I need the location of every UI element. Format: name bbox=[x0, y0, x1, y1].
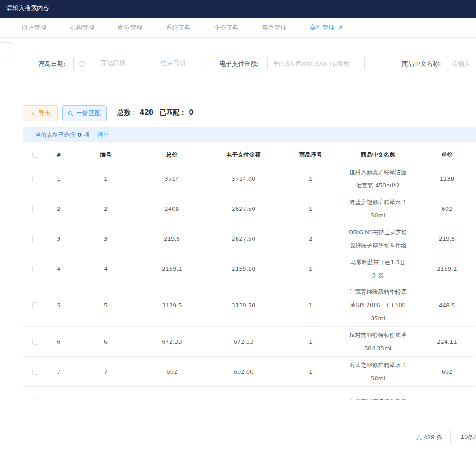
pagination-total: 共 428 条 bbox=[416, 434, 442, 441]
cell-product-name: 植村秀新琥珀臻萃洁颜油套装 450ml*2 bbox=[348, 165, 408, 194]
cell-epay: 3139.50 bbox=[203, 284, 284, 326]
col-header-unit: 单价 bbox=[419, 146, 475, 164]
cell-index: 4 bbox=[47, 254, 71, 284]
cell-epay: 1393.47 bbox=[203, 387, 284, 400]
export-button-label: 导出 bbox=[38, 109, 51, 117]
clear-selection-link[interactable]: 清空 bbox=[97, 131, 109, 139]
table-row: 8 8 1393.47 1393.47 1 卡诗菁纯亮泽经典香氛 464.49 bbox=[23, 387, 475, 400]
close-icon[interactable]: × bbox=[338, 24, 344, 31]
row-checkbox[interactable] bbox=[32, 266, 38, 272]
clock-icon bbox=[79, 60, 86, 67]
tab-system-dict[interactable]: 系统字典 bbox=[166, 18, 190, 37]
total-value: 428 bbox=[140, 108, 153, 116]
table-row: 1 1 3714 3714.00 1 植村秀新琥珀臻萃洁颜油套装 450ml*2… bbox=[23, 164, 475, 194]
tab-user-management[interactable]: 用户管理 bbox=[22, 18, 46, 37]
row-checkbox[interactable] bbox=[32, 176, 38, 182]
page-size-select[interactable]: 10条/页 bbox=[450, 430, 476, 444]
case-table: # 编号 总价 电子支付金额 商品序号 商品中文名称 单价 1 1 3714 3… bbox=[23, 146, 475, 400]
col-header-total: 总价 bbox=[141, 146, 203, 164]
cell-epay: 602.00 bbox=[203, 357, 284, 386]
col-header-name: 商品中文名称 bbox=[337, 146, 419, 164]
epay-amount-label: 电子支付金额: bbox=[219, 60, 259, 68]
epay-amount-input[interactable] bbox=[267, 56, 365, 71]
cell-total: 2159.1 bbox=[141, 254, 203, 284]
end-date-placeholder[interactable]: 结束日期 bbox=[145, 60, 201, 67]
date-range-picker[interactable]: 开始日期 - 结束日期 bbox=[73, 56, 201, 71]
cell-product-name: 植村秀羽纱持妆粉底液 584 35ml bbox=[348, 327, 408, 356]
cell-product-name: 马爹利蓝带干邑1.5公升装 bbox=[348, 254, 408, 284]
cell-seq: 1 bbox=[284, 357, 337, 386]
cell-unit-price: 602 bbox=[419, 194, 475, 224]
cell-seq: 1 bbox=[284, 284, 337, 326]
cell-seq: 1 bbox=[284, 254, 337, 284]
selection-suffix: 项 bbox=[84, 131, 89, 139]
cell-code: 1 bbox=[71, 164, 141, 194]
one-click-match-button[interactable]: 一键匹配 bbox=[62, 105, 107, 121]
select-all-checkbox[interactable] bbox=[32, 152, 38, 158]
match-button-label: 一键匹配 bbox=[76, 109, 101, 117]
table-row: 6 6 672.33 672.33 1 植村秀羽纱持妆粉底液 584 35ml … bbox=[23, 327, 475, 357]
tab-menu-management[interactable]: 菜单管理 bbox=[262, 18, 286, 37]
col-header-seq: 商品序号 bbox=[284, 146, 337, 164]
row-checkbox[interactable] bbox=[32, 399, 38, 401]
cell-seq: 1 bbox=[284, 194, 337, 224]
cell-epay: 2627.50 bbox=[203, 194, 284, 224]
cell-epay: 2159.10 bbox=[203, 254, 284, 284]
cell-code: 2 bbox=[71, 194, 141, 224]
cell-seq: 1 bbox=[284, 327, 337, 356]
col-header-index: # bbox=[47, 146, 71, 164]
total-label: 总数： bbox=[117, 108, 137, 116]
cell-seq: 1 bbox=[284, 164, 337, 194]
search-icon bbox=[68, 111, 74, 116]
cell-code: 3 bbox=[71, 224, 141, 254]
top-bar: 请输入搜索内容 bbox=[0, 0, 476, 18]
row-checkbox[interactable] bbox=[32, 369, 38, 375]
match-stats: 总数：428已匹配：0 bbox=[117, 108, 193, 117]
matched-value: 0 bbox=[189, 108, 193, 116]
tab-label: 菜单管理 bbox=[262, 24, 286, 32]
cell-index: 1 bbox=[47, 164, 71, 194]
row-checkbox[interactable] bbox=[32, 206, 38, 212]
cell-product-name: 海蓝之谜修护精萃水 150ml bbox=[348, 194, 408, 224]
row-checkbox[interactable] bbox=[32, 236, 38, 242]
tab-label: 案件管理 bbox=[310, 24, 335, 32]
cell-unit-price: 464.49 bbox=[419, 387, 475, 400]
tab-org-management[interactable]: 机构管理 bbox=[70, 18, 94, 37]
row-checkbox[interactable] bbox=[32, 302, 38, 308]
global-search-input[interactable]: 请输入搜索内容 bbox=[6, 4, 49, 12]
export-button[interactable]: 导出 bbox=[23, 105, 58, 121]
row-checkbox[interactable] bbox=[32, 339, 38, 345]
download-icon bbox=[30, 111, 36, 116]
cell-product-name: ORIGINS韦博士灵芝焕能好底子精华水两件组 bbox=[348, 224, 408, 254]
product-name-input[interactable] bbox=[446, 56, 476, 71]
table-header-row: # 编号 总价 电子支付金额 商品序号 商品中文名称 单价 bbox=[23, 146, 475, 164]
cell-code: 5 bbox=[71, 284, 141, 326]
tab-label: 机构管理 bbox=[70, 24, 94, 32]
cell-code: 7 bbox=[71, 357, 141, 386]
start-date-placeholder[interactable]: 开始日期 bbox=[86, 60, 141, 67]
cell-index: 6 bbox=[47, 327, 71, 356]
cell-seq: 2 bbox=[284, 224, 337, 254]
cell-unit-price: 2159.1 bbox=[419, 254, 475, 284]
cell-index: 5 bbox=[47, 284, 71, 326]
cell-unit-price: 1238 bbox=[419, 164, 475, 194]
selection-count: 0 bbox=[78, 131, 82, 138]
cell-total: 1393.47 bbox=[141, 387, 203, 400]
tab-business-dict[interactable]: 业务字典 bbox=[214, 18, 238, 37]
table-body: 1 1 3714 3714.00 1 植村秀新琥珀臻萃洁颜油套装 450ml*2… bbox=[23, 164, 475, 400]
cell-total: 219.5 bbox=[141, 224, 203, 254]
cell-total: 3714 bbox=[141, 164, 203, 194]
cell-code: 6 bbox=[71, 327, 141, 356]
selection-info-bar: 当前表格已选择 0 项 清空 bbox=[23, 127, 476, 142]
cell-epay: 672.33 bbox=[203, 327, 284, 356]
table-row: 4 4 2159.1 2159.10 1 马爹利蓝带干邑1.5公升装 2159.… bbox=[23, 254, 475, 284]
table-row: 5 5 3139.5 3139.50 1 兰蔻菁纯臻颜精华粉底液SPF20PA+… bbox=[23, 284, 475, 327]
tab-case-management[interactable]: 案件管理 × bbox=[310, 18, 344, 37]
tab-post-management[interactable]: 岗位管理 bbox=[118, 18, 142, 37]
cell-product-name: 兰蔻菁纯臻颜精华粉底液SPF20PA+++100 35ml bbox=[348, 284, 408, 326]
tab-label: 业务字典 bbox=[214, 24, 238, 32]
date-range-separator: - bbox=[141, 60, 145, 67]
cell-total: 672.33 bbox=[141, 327, 203, 356]
cell-unit-price: 219.5 bbox=[419, 224, 475, 254]
cell-total: 2408 bbox=[141, 194, 203, 224]
